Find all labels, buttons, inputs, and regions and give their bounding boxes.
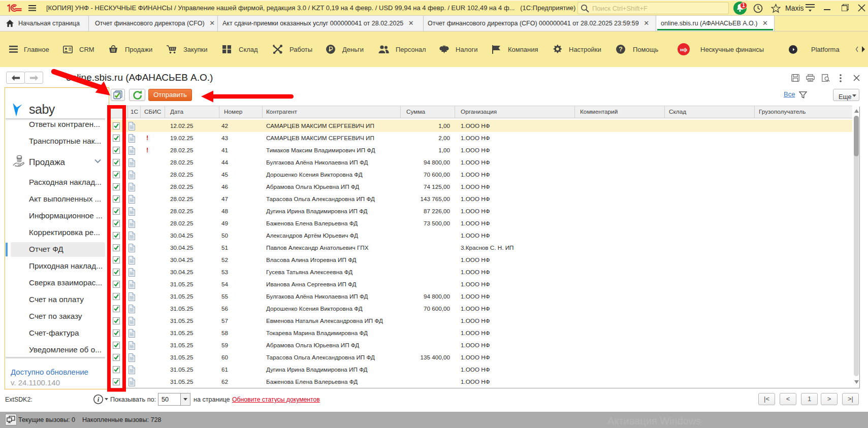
svg-text:нф: нф: [680, 47, 687, 52]
svg-text:?: ?: [619, 46, 623, 53]
svg-text:i: i: [98, 396, 100, 403]
